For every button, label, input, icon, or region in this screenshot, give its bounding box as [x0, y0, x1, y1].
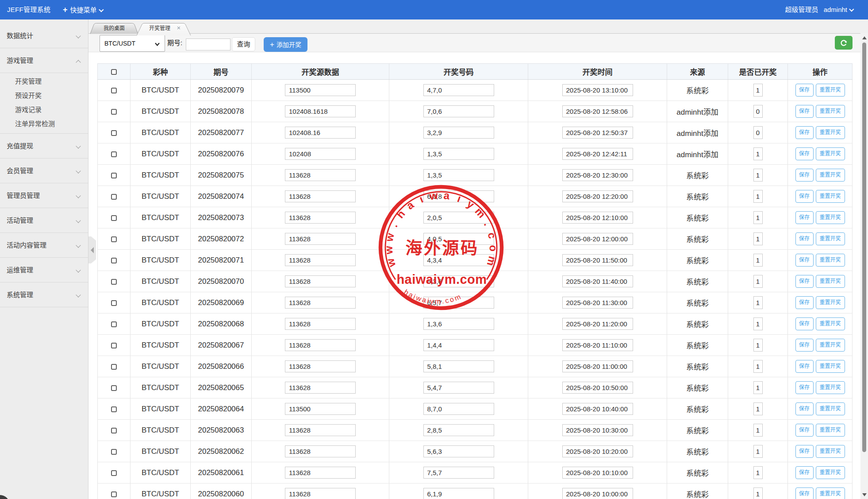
- svg-text:w: w: [383, 232, 396, 243]
- svg-text:haiwaiym.com: haiwaiym.com: [396, 272, 487, 286]
- svg-text:a: a: [404, 198, 416, 212]
- svg-text:w: w: [383, 246, 395, 255]
- svg-text:w: w: [428, 189, 439, 202]
- svg-text:y: y: [465, 197, 477, 211]
- svg-text:海外源码: 海外源码: [405, 239, 479, 257]
- svg-text:a: a: [443, 189, 450, 201]
- svg-text:o: o: [488, 245, 499, 251]
